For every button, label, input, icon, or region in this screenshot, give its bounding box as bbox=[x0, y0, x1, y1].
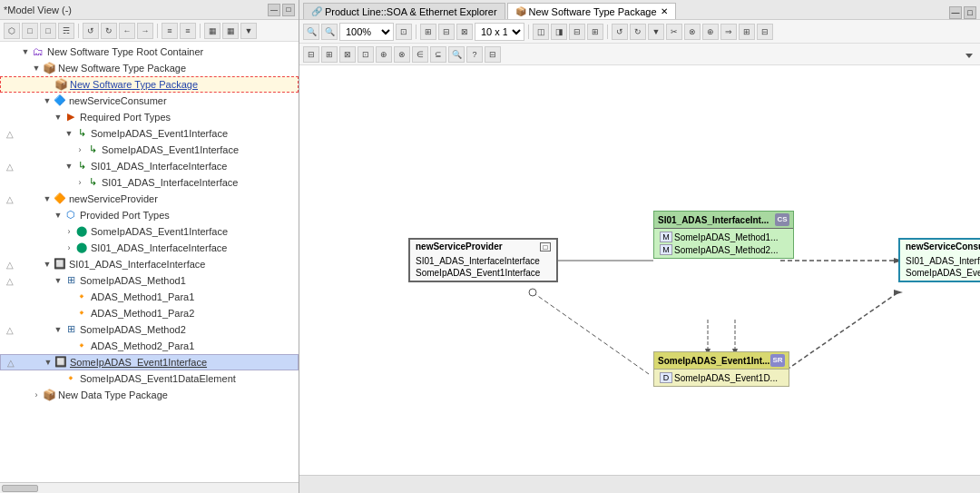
diagram-canvas[interactable]: newServiceProvider □ SI01_ADAS_Interface… bbox=[299, 65, 980, 475]
expand-method1[interactable]: ▼ bbox=[53, 276, 64, 285]
tree-item-si-if1[interactable]: △ ▼ ↳ SomeIpADAS_Event1Interface bbox=[0, 125, 299, 142]
dtb2-btn5[interactable]: ⊕ bbox=[376, 46, 392, 63]
consumer-node[interactable]: newServiceConsumer □ SI01_ADAS_Interface… bbox=[898, 238, 980, 282]
expand-si-if1-child[interactable]: › bbox=[74, 145, 85, 154]
tb-btn-11[interactable]: ▦ bbox=[204, 23, 220, 39]
dtb-zoom-out[interactable]: 🔍 bbox=[303, 24, 319, 40]
tree-item-pkg2[interactable]: 📦 New Software Type Package bbox=[0, 76, 299, 93]
dtb-align1[interactable]: ◫ bbox=[533, 24, 549, 40]
tree-item-si01-main[interactable]: △ ▼ 🔲 SI01_ADAS_InterfaceInterface bbox=[0, 256, 299, 272]
expand-si01-main[interactable]: ▼ bbox=[42, 260, 53, 269]
dtb2-btn1[interactable]: ⊟ bbox=[303, 46, 319, 63]
tb-btn-12[interactable]: ▦ bbox=[222, 23, 239, 39]
tree-item-event-elem[interactable]: 🔸 SomeIpADAS_Event1DataElement bbox=[0, 370, 299, 387]
tree-item-param1[interactable]: 🔸 ADAS_Method1_Para1 bbox=[0, 289, 299, 305]
tb-btn-2[interactable]: □ bbox=[22, 23, 38, 39]
dtb-zoom-fit[interactable]: ⊡ bbox=[396, 24, 412, 40]
expand-method2[interactable]: ▼ bbox=[53, 325, 64, 334]
zoom-select[interactable]: 100% 75% 50% 150% bbox=[339, 23, 394, 41]
dtb2-btn3[interactable]: ⊠ bbox=[339, 46, 356, 63]
dtb-align4[interactable]: ⊞ bbox=[587, 24, 603, 40]
tb-btn-4[interactable]: ☴ bbox=[58, 23, 74, 39]
dtb-cut[interactable]: ✂ bbox=[666, 24, 682, 40]
tree-item-newdata[interactable]: › 📦 New Data Type Package bbox=[0, 387, 299, 403]
dtb2-btn11[interactable]: ⊟ bbox=[485, 46, 501, 63]
left-hscrollbar[interactable] bbox=[0, 482, 299, 493]
expand-newdata[interactable]: › bbox=[31, 390, 42, 399]
expand-root[interactable]: ▼ bbox=[20, 47, 31, 56]
minimize-left-btn[interactable]: — bbox=[268, 4, 280, 16]
minimize-right-btn[interactable]: — bbox=[949, 6, 962, 19]
icon-si01-if1: ↳ bbox=[74, 160, 89, 173]
provider-node[interactable]: newServiceProvider □ SI01_ADAS_Interface… bbox=[408, 238, 558, 282]
dtb-export[interactable]: ⇒ bbox=[720, 24, 737, 40]
dtb2-btn8[interactable]: ⊆ bbox=[430, 46, 446, 63]
expand-provider[interactable]: ▼ bbox=[42, 194, 53, 203]
tree-item-prov-si01[interactable]: › ⬤ SI01_ADAS_InterfaceInterface bbox=[0, 240, 299, 256]
event-node[interactable]: SomeIpADAS_Event1Int... SR D SomeIpADAS_… bbox=[653, 351, 789, 387]
dtb-more[interactable]: ⊟ bbox=[757, 24, 773, 40]
maximize-left-btn[interactable]: □ bbox=[282, 4, 295, 16]
expand-si01-if1[interactable]: ▼ bbox=[64, 162, 74, 171]
dtb-paste[interactable]: ⊕ bbox=[702, 24, 719, 40]
tb-btn-10[interactable]: ≡ bbox=[180, 23, 196, 39]
interface-node[interactable]: SI01_ADAS_InterfaceInt... CS M SomeIpADA… bbox=[653, 211, 794, 259]
dtb-align2[interactable]: ◨ bbox=[551, 24, 567, 40]
maximize-right-btn[interactable]: □ bbox=[964, 6, 976, 19]
dtb-zoom-in[interactable]: 🔍 bbox=[321, 24, 338, 40]
filter-btn[interactable]: ▼ bbox=[240, 23, 257, 39]
expand-si-if1[interactable]: ▼ bbox=[64, 129, 74, 138]
dtb-align3[interactable]: ⊟ bbox=[569, 24, 585, 40]
expand-si01-child[interactable]: › bbox=[74, 178, 85, 187]
dtb2-btn2[interactable]: ⊞ bbox=[321, 46, 338, 63]
tb-btn-8[interactable]: → bbox=[137, 23, 153, 39]
tb-btn-1[interactable]: ⬡ bbox=[4, 23, 20, 39]
tree-item-method1[interactable]: △ ▼ ⊞ SomeIpADAS_Method1 bbox=[0, 272, 299, 289]
expand-prov-si1[interactable]: › bbox=[64, 227, 74, 236]
dtb-layout[interactable]: ⊠ bbox=[456, 24, 473, 40]
dtb-redo[interactable]: ↻ bbox=[630, 24, 646, 40]
dtb2-btn9[interactable]: 🔍 bbox=[448, 46, 465, 63]
dtb2-btn7[interactable]: ∈ bbox=[412, 46, 428, 63]
expand-event1[interactable]: ▼ bbox=[43, 358, 54, 367]
tree-item-si-if1-child[interactable]: › ↳ SomeIpADAS_Event1Interface bbox=[0, 142, 299, 158]
dtb-copy[interactable]: ⊗ bbox=[684, 24, 701, 40]
expand-prov-si01[interactable]: › bbox=[64, 243, 74, 252]
tb-btn-5[interactable]: ↺ bbox=[83, 23, 99, 39]
tb-btn-9[interactable]: ≡ bbox=[162, 23, 178, 39]
dtb2-btn6[interactable]: ⊗ bbox=[394, 46, 410, 63]
tree-item-si01-if1[interactable]: △ ▼ ↳ SI01_ADAS_InterfaceInterface bbox=[0, 158, 299, 174]
dtb-print[interactable]: ⊞ bbox=[739, 24, 755, 40]
tree-item-provider[interactable]: △ ▼ 🔶 newServiceProvider bbox=[0, 191, 299, 207]
tree-item-method2[interactable]: △ ▼ ⊞ SomeIpADAS_Method2 bbox=[0, 321, 299, 338]
expand-consumer[interactable]: ▼ bbox=[42, 96, 53, 105]
tb-btn-7[interactable]: ← bbox=[119, 23, 135, 39]
tab-close-btn[interactable]: ✕ bbox=[661, 6, 668, 16]
tree-area[interactable]: ▼ 🗂 New Software Type Root Container ▼ 📦… bbox=[0, 42, 299, 482]
dtb-undo[interactable]: ↺ bbox=[612, 24, 628, 40]
tree-item-root[interactable]: ▼ 🗂 New Software Type Root Container bbox=[0, 44, 299, 60]
tb-btn-3[interactable]: □ bbox=[40, 23, 56, 39]
tb-btn-6[interactable]: ↻ bbox=[101, 23, 117, 39]
tab-explorer[interactable]: 🔗 Product Line::SOA & Ethernet Explorer bbox=[303, 3, 505, 19]
tree-item-prov-si1[interactable]: › ⬤ SomeIpADAS_Event1Interface bbox=[0, 223, 299, 240]
tree-item-consumer[interactable]: ▼ 🔷 newServiceConsumer bbox=[0, 93, 299, 109]
tree-item-provided[interactable]: ▼ ⬡ Provided Port Types bbox=[0, 207, 299, 223]
dtb-grid-toggle[interactable]: ⊞ bbox=[420, 24, 436, 40]
dtb2-btn10[interactable]: ? bbox=[466, 46, 483, 63]
dtb-filter[interactable]: ▼ bbox=[648, 24, 664, 40]
tree-item-required[interactable]: ▼ ▶ Required Port Types bbox=[0, 109, 299, 125]
hscroll-thumb[interactable] bbox=[2, 485, 38, 492]
dtb2-btn4[interactable]: ⊡ bbox=[358, 46, 374, 63]
tree-item-pkg1[interactable]: ▼ 📦 New Software Type Package bbox=[0, 60, 299, 76]
tree-item-event1[interactable]: △ ▼ 🔲 SomeIpADAS_Event1Interface bbox=[0, 354, 299, 370]
tab-swpackage[interactable]: 📦 New Software Type Package ✕ bbox=[507, 3, 676, 19]
expand-pkg1[interactable]: ▼ bbox=[31, 64, 42, 73]
tree-item-si01-if1-child[interactable]: › ↳ SI01_ADAS_InterfaceInterface bbox=[0, 174, 299, 191]
tree-item-param2[interactable]: 🔸 ADAS_Method1_Para2 bbox=[0, 305, 299, 321]
tree-item-param3[interactable]: 🔸 ADAS_Method2_Para1 bbox=[0, 338, 299, 354]
expand-required[interactable]: ▼ bbox=[53, 113, 64, 122]
dtb-grid-snap[interactable]: ⊟ bbox=[438, 24, 455, 40]
grid-select[interactable]: 10 x 10 5 x 5 20 x 20 bbox=[475, 23, 524, 41]
expand-provided[interactable]: ▼ bbox=[53, 211, 64, 220]
